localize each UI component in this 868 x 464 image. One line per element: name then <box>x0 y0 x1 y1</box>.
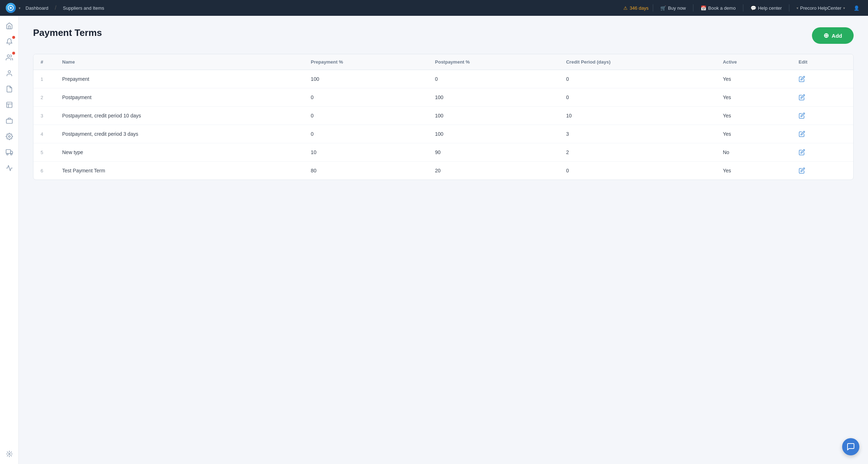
svg-rect-4 <box>6 119 12 124</box>
edit-button[interactable] <box>799 94 805 101</box>
svg-point-7 <box>6 153 8 155</box>
warning-icon: ⚠ <box>623 5 628 11</box>
sidebar-item-reports[interactable] <box>2 98 17 112</box>
payment-terms-table: # Name Prepayment % Postpayment % Credit… <box>33 54 853 180</box>
breadcrumb-separator: / <box>55 5 56 11</box>
svg-point-8 <box>10 153 12 155</box>
sidebar-item-notifications[interactable] <box>2 34 17 49</box>
notification-badge <box>12 36 15 39</box>
cell-active: Yes <box>716 88 791 107</box>
table-row: 3Postpayment, credit period 10 days01001… <box>33 107 853 125</box>
edit-icon <box>799 131 805 137</box>
table-row: 1Prepayment10000Yes <box>33 70 853 88</box>
suppliers-nav-item[interactable]: Suppliers and Items <box>61 4 106 12</box>
app-logo[interactable] <box>6 3 16 13</box>
sidebar-item-documents[interactable] <box>2 82 17 96</box>
edit-button[interactable] <box>799 112 805 119</box>
nav-divider-4 <box>789 4 789 11</box>
user-avatar-button[interactable]: 👤 <box>851 4 862 12</box>
svg-point-1 <box>7 55 10 57</box>
cell-number: 6 <box>33 162 55 180</box>
buy-now-button[interactable]: 🛒 Buy now <box>657 4 689 12</box>
table-row: 5New type10902No <box>33 143 853 162</box>
cell-postpayment: 0 <box>428 70 559 88</box>
table-row: 6Test Payment Term80200Yes <box>33 162 853 180</box>
cell-postpayment: 100 <box>428 125 559 143</box>
edit-button[interactable] <box>799 131 805 137</box>
col-header-name: Name <box>55 54 304 70</box>
sidebar-item-profile[interactable] <box>2 66 17 80</box>
svg-rect-6 <box>6 150 10 154</box>
cell-postpayment: 100 <box>428 88 559 107</box>
edit-icon <box>799 76 805 82</box>
cell-credit-period: 10 <box>559 107 716 125</box>
calendar-icon: 📅 <box>701 5 706 11</box>
page-header: Payment Terms ⊕ Add <box>33 27 854 44</box>
table-body: 1Prepayment10000Yes2Postpayment01000Yes3… <box>33 70 853 180</box>
svg-rect-3 <box>6 102 12 108</box>
cell-number: 4 <box>33 125 55 143</box>
cell-edit <box>791 162 853 180</box>
cell-prepayment: 0 <box>304 125 428 143</box>
sidebar-item-suppliers[interactable] <box>2 145 17 159</box>
nav-divider-3 <box>743 4 743 11</box>
book-demo-button[interactable]: 📅 Book a demo <box>698 4 739 12</box>
cell-number: 1 <box>33 70 55 88</box>
main-content: Payment Terms ⊕ Add # Name Prepayment % … <box>19 16 868 464</box>
cell-active: Yes <box>716 125 791 143</box>
sidebar-item-items[interactable] <box>2 113 17 128</box>
warning-days[interactable]: ⚠ 346 days <box>623 5 648 11</box>
cell-edit <box>791 125 853 143</box>
col-header-prepayment: Prepayment % <box>304 54 428 70</box>
edit-icon <box>799 167 805 174</box>
sidebar-item-settings[interactable] <box>2 129 17 144</box>
cell-prepayment: 0 <box>304 107 428 125</box>
table-row: 2Postpayment01000Yes <box>33 88 853 107</box>
sidebar-item-analytics[interactable] <box>2 161 17 175</box>
cell-active: Yes <box>716 70 791 88</box>
col-header-credit-period: Credit Period (days) <box>559 54 716 70</box>
help-center-button[interactable]: 💬 Help center <box>748 4 785 12</box>
cell-edit <box>791 107 853 125</box>
cell-prepayment: 0 <box>304 88 428 107</box>
cell-credit-period: 0 <box>559 162 716 180</box>
cell-number: 3 <box>33 107 55 125</box>
nav-divider-2 <box>693 4 693 11</box>
edit-button[interactable] <box>799 167 805 174</box>
edit-button[interactable] <box>799 76 805 82</box>
cell-credit-period: 0 <box>559 88 716 107</box>
top-navigation: ▾ Dashboard / Suppliers and Items ⚠ 346 … <box>0 0 868 16</box>
col-header-active: Active <box>716 54 791 70</box>
edit-icon <box>799 94 805 101</box>
cell-number: 2 <box>33 88 55 107</box>
sidebar-item-users[interactable] <box>2 50 17 65</box>
add-button-label: Add <box>832 33 842 39</box>
account-chevron-2: ▾ <box>843 6 845 10</box>
cell-edit <box>791 70 853 88</box>
cell-credit-period: 3 <box>559 125 716 143</box>
sidebar-item-home[interactable] <box>2 19 17 33</box>
sidebar-item-integrations[interactable] <box>2 447 17 461</box>
help-icon: 💬 <box>751 5 756 11</box>
chat-widget[interactable] <box>842 438 859 455</box>
cell-edit <box>791 143 853 162</box>
cell-prepayment: 80 <box>304 162 428 180</box>
dashboard-nav-item[interactable]: Dashboard <box>23 4 51 12</box>
cell-postpayment: 90 <box>428 143 559 162</box>
users-badge <box>12 52 15 55</box>
edit-icon <box>799 112 805 119</box>
payment-terms-table-container: # Name Prepayment % Postpayment % Credit… <box>33 54 854 180</box>
account-chevron: ▾ <box>797 6 798 10</box>
plus-icon: ⊕ <box>823 32 829 40</box>
cell-name: Prepayment <box>55 70 304 88</box>
page-title: Payment Terms <box>33 27 102 38</box>
account-menu[interactable]: ▾ Precoro HelpCenter ▾ <box>794 4 848 12</box>
chat-icon <box>846 442 855 451</box>
cell-name: Postpayment, credit period 10 days <box>55 107 304 125</box>
cell-prepayment: 10 <box>304 143 428 162</box>
col-header-postpayment: Postpayment % <box>428 54 559 70</box>
edit-button[interactable] <box>799 149 805 156</box>
table-header: # Name Prepayment % Postpayment % Credit… <box>33 54 853 70</box>
add-button[interactable]: ⊕ Add <box>812 27 854 44</box>
cell-postpayment: 100 <box>428 107 559 125</box>
